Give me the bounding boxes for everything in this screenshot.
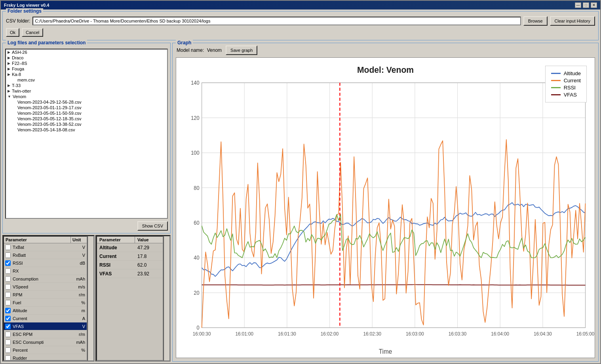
param-checkbox[interactable] <box>5 332 11 337</box>
save-graph-button[interactable]: Save graph <box>226 46 257 55</box>
pval-name: Current <box>97 253 135 260</box>
param-unit: % <box>72 300 87 305</box>
svg-text:Model: Venom: Model: Venom <box>357 64 414 75</box>
folder-settings-title: Folder settings <box>6 8 43 14</box>
param-name: VSpeed <box>12 284 72 290</box>
chart-svg: 02040608010012014016:00:3016:01:0016:01:… <box>176 58 595 358</box>
params-col-param: Parameter <box>4 237 71 243</box>
param-checkbox[interactable] <box>5 245 11 250</box>
tree-item[interactable]: ▶Venom-2023-05-05-11-50-59.csv <box>6 110 167 116</box>
svg-text:16:00:30: 16:00:30 <box>193 331 211 337</box>
cancel-button[interactable]: Cancel <box>22 28 43 37</box>
param-row[interactable]: VSpeed m/s <box>4 283 87 291</box>
param-row[interactable]: VFAS V <box>4 322 87 330</box>
tree-item[interactable]: ▶Fouga <box>6 66 167 72</box>
param-unit <box>72 358 87 358</box>
tree-item[interactable]: ▶Venom-2023-05-01-11-29-17.csv <box>6 105 167 110</box>
folder-settings-panel: Folder settings CSV folder: Browse Clear… <box>2 11 599 40</box>
columns-layout: Log files and parameters selection ▶ASH-… <box>2 43 599 362</box>
tree-item[interactable]: ▶Venom-2023-05-14-18-08.csv <box>6 127 167 133</box>
pval-value: 23.92 <box>135 270 163 277</box>
csv-path-input[interactable] <box>32 17 521 25</box>
pval-scrollbar[interactable] <box>164 236 170 361</box>
legend-item: RSSI <box>551 85 581 91</box>
param-checkbox[interactable] <box>5 308 11 313</box>
param-row[interactable]: Consumption mAh <box>4 275 87 283</box>
pval-value: 62.0 <box>135 262 163 269</box>
svg-text:16:04:00: 16:04:00 <box>491 331 509 337</box>
tree-item[interactable]: ▶Venom-2023-04-29-12-56-28.csv <box>6 99 167 105</box>
param-checkbox[interactable] <box>5 355 11 361</box>
param-row[interactable]: Rudder <box>4 354 87 361</box>
param-checkbox[interactable] <box>5 260 11 266</box>
param-checkbox[interactable] <box>5 347 11 353</box>
tree-item[interactable]: ▶T-33 <box>6 83 167 88</box>
tree-item[interactable]: ▶mem.csv <box>6 77 167 83</box>
param-name: Rudder <box>12 355 72 361</box>
legend-line <box>551 80 561 81</box>
params-list[interactable]: Parameter Unit TxBat V RxBatt V RSSI dB … <box>3 236 87 361</box>
svg-text:16:01:00: 16:01:00 <box>235 331 253 337</box>
param-row[interactable]: Fuel % <box>4 299 87 307</box>
param-row[interactable]: RX <box>4 267 87 275</box>
show-csv-button[interactable]: Show CSV <box>137 221 168 231</box>
tree-item[interactable]: ▶Twin-otter <box>6 88 167 94</box>
param-values-wrapper: Parameter Value Altitude 47.29 Current 1… <box>95 235 171 362</box>
param-unit <box>72 271 87 271</box>
pval-row: RSSI 62.0 <box>97 261 163 269</box>
svg-text:120: 120 <box>191 115 200 121</box>
param-row[interactable]: ESC Consumpti mAh <box>4 338 87 346</box>
maximize-button[interactable]: □ <box>583 2 589 8</box>
legend-item: Current <box>551 78 581 83</box>
param-row[interactable]: RPM r/m <box>4 291 87 299</box>
param-row[interactable]: RxBatt V <box>4 251 87 259</box>
tree-item[interactable]: ▶F22–8S <box>6 61 167 66</box>
param-name: Fuel <box>12 300 72 305</box>
main-content: Folder settings CSV folder: Browse Clear… <box>1 9 600 363</box>
param-checkbox[interactable] <box>5 300 11 305</box>
param-checkbox[interactable] <box>5 284 11 290</box>
param-name: ESC RPM <box>12 332 72 337</box>
params-scrollbar[interactable] <box>87 236 94 361</box>
legend-item: Altitude <box>551 70 581 76</box>
tree-item[interactable]: ▶Draco <box>6 55 167 61</box>
params-col-unit: Unit <box>71 237 87 243</box>
param-checkbox[interactable] <box>5 324 11 329</box>
param-row[interactable]: ESC RPM r/m <box>4 330 87 338</box>
param-checkbox[interactable] <box>5 252 11 258</box>
pval-header: Parameter Value <box>97 237 163 243</box>
param-row[interactable]: Percent % <box>4 346 87 354</box>
param-checkbox[interactable] <box>5 339 11 345</box>
tree-item[interactable]: ▶Venom-2023-05-05-13-38-52.csv <box>6 121 167 127</box>
close-button[interactable]: ✕ <box>591 2 597 8</box>
param-row[interactable]: Altitude m <box>4 307 87 315</box>
param-checkbox[interactable] <box>5 268 11 274</box>
legend-line <box>551 73 561 74</box>
param-unit: dB <box>72 260 87 266</box>
log-files-title: Log files and parameters selection <box>6 40 87 46</box>
browse-button[interactable]: Browse <box>523 16 548 26</box>
tree-item[interactable]: ▶Venom-2023-05-05-12-18-35.csv <box>6 116 167 121</box>
param-row[interactable]: Current A <box>4 315 87 322</box>
ok-button[interactable]: Ok <box>6 28 19 37</box>
pval-row: VFAS 23.92 <box>97 269 163 278</box>
clear-history-button[interactable]: Clear input History <box>550 16 595 26</box>
param-name: Percent <box>12 347 72 353</box>
param-row[interactable]: TxBat V <box>4 243 87 251</box>
param-values-list: Parameter Value Altitude 47.29 Current 1… <box>96 236 164 361</box>
param-name: Altitude <box>12 308 72 313</box>
svg-text:16:05:00: 16:05:00 <box>576 331 595 337</box>
tree-item[interactable]: ▼Venom <box>6 94 167 99</box>
legend-line <box>551 87 561 88</box>
param-unit: mAh <box>72 276 87 282</box>
svg-text:16:04:30: 16:04:30 <box>534 331 552 337</box>
minimize-button[interactable]: — <box>575 2 581 8</box>
param-checkbox[interactable] <box>5 276 11 282</box>
file-tree[interactable]: ▶ASH-26▶Draco▶F22–8S▶Fouga▶Ka-8▶mem.csv▶… <box>5 49 168 219</box>
params-header: Parameter Unit <box>4 237 87 243</box>
param-checkbox[interactable] <box>5 316 11 321</box>
param-checkbox[interactable] <box>5 292 11 298</box>
tree-item[interactable]: ▶Ka-8 <box>6 72 167 77</box>
param-row[interactable]: RSSI dB <box>4 259 87 267</box>
tree-item[interactable]: ▶ASH-26 <box>6 49 167 55</box>
